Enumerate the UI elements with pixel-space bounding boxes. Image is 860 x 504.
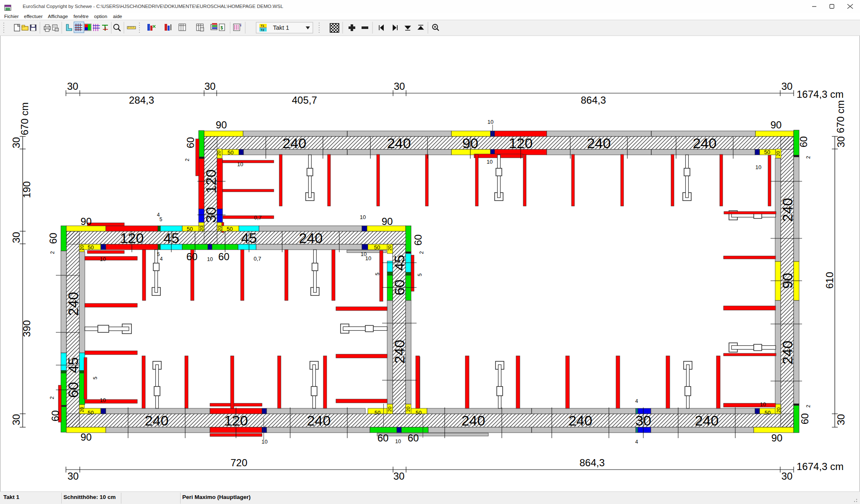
svg-text:0,7: 0,7	[254, 214, 262, 221]
svg-text:60: 60	[798, 136, 809, 148]
svg-text:90: 90	[771, 432, 783, 444]
svg-text:5: 5	[157, 251, 160, 257]
svg-text:$: $	[220, 26, 223, 30]
svg-text:90: 90	[81, 431, 92, 443]
svg-text:90: 90	[771, 119, 782, 131]
svg-text:20: 20	[79, 407, 84, 412]
svg-text:2: 2	[49, 396, 55, 399]
svg-text:240: 240	[695, 413, 719, 428]
svg-text:50: 50	[227, 226, 233, 232]
svg-text:20: 20	[199, 226, 204, 231]
svg-text:50: 50	[88, 244, 94, 251]
svg-text:4: 4	[635, 398, 638, 404]
svg-text:10: 10	[237, 161, 243, 167]
svg-text:60: 60	[218, 251, 230, 262]
svg-text:5: 5	[160, 217, 163, 222]
svg-text:20: 20	[776, 151, 781, 156]
svg-text:240: 240	[587, 135, 611, 151]
svg-text:240: 240	[569, 413, 593, 428]
svg-text:60: 60	[47, 233, 59, 244]
svg-text:240: 240	[283, 135, 307, 151]
svg-text:30: 30	[10, 232, 22, 243]
svg-text:2: 2	[50, 251, 55, 254]
svg-text:610: 610	[824, 272, 835, 289]
svg-text:240: 240	[65, 292, 81, 316]
svg-text:390: 390	[21, 320, 32, 337]
svg-text:T2: T2	[261, 29, 264, 31]
svg-text:30: 30	[394, 81, 405, 92]
svg-text:720: 720	[231, 457, 247, 468]
svg-text:2: 2	[419, 251, 425, 254]
svg-text:30: 30	[835, 414, 847, 426]
svg-text:10: 10	[395, 439, 401, 444]
svg-text:20: 20	[406, 407, 411, 412]
svg-text:240: 240	[461, 413, 485, 428]
svg-text:50: 50	[88, 410, 94, 416]
svg-text:30: 30	[67, 81, 79, 92]
svg-text:240: 240	[391, 340, 407, 364]
svg-text:4: 4	[160, 256, 163, 262]
svg-text:30: 30	[10, 137, 22, 149]
svg-text:5: 5	[417, 273, 423, 276]
svg-text:50: 50	[765, 410, 771, 416]
svg-text:10: 10	[207, 256, 213, 262]
svg-text:90: 90	[216, 119, 227, 131]
svg-text:50: 50	[374, 244, 380, 251]
svg-text:190: 190	[21, 181, 32, 198]
svg-text:10: 10	[262, 439, 267, 445]
svg-text:240: 240	[299, 230, 323, 246]
svg-text:10: 10	[760, 401, 766, 407]
svg-text:10: 10	[100, 256, 106, 262]
svg-text:50: 50	[416, 410, 422, 416]
svg-text:30: 30	[781, 81, 793, 92]
svg-text:10: 10	[488, 119, 493, 125]
svg-text:20: 20	[79, 245, 84, 250]
svg-text:20: 20	[387, 245, 392, 251]
svg-text:50: 50	[228, 149, 233, 156]
svg-text:1674,3 cm: 1674,3 cm	[797, 89, 844, 100]
svg-text:864,3: 864,3	[581, 94, 606, 106]
svg-text:60: 60	[799, 413, 810, 425]
svg-text:30: 30	[205, 81, 216, 92]
svg-text:90: 90	[81, 216, 92, 227]
svg-text:4: 4	[635, 439, 638, 445]
svg-text:60: 60	[378, 432, 389, 444]
svg-text:90: 90	[382, 216, 393, 227]
svg-text:20: 20	[217, 226, 222, 231]
svg-text:60: 60	[186, 251, 198, 262]
svg-text:240: 240	[145, 413, 169, 428]
svg-text:50: 50	[187, 226, 193, 232]
svg-text:405,7: 405,7	[292, 94, 317, 106]
svg-text:1674,3 cm: 1674,3 cm	[797, 461, 844, 472]
svg-text:10: 10	[755, 164, 761, 170]
svg-text:240: 240	[387, 135, 411, 151]
svg-text:60: 60	[185, 137, 196, 149]
svg-text:864,3: 864,3	[579, 457, 605, 468]
svg-text:50: 50	[764, 149, 770, 155]
svg-text:240: 240	[779, 341, 795, 365]
svg-text:30: 30	[835, 136, 847, 148]
svg-text:284,3: 284,3	[129, 94, 154, 106]
svg-text:50: 50	[375, 410, 380, 416]
svg-text:240: 240	[307, 413, 331, 428]
svg-text:60: 60	[412, 235, 424, 246]
svg-text:5: 5	[375, 272, 380, 275]
svg-text:i: i	[240, 23, 241, 27]
svg-text:60: 60	[50, 410, 61, 422]
svg-text:10: 10	[365, 255, 371, 261]
svg-text:670 cm: 670 cm	[835, 100, 846, 133]
svg-text:2: 2	[184, 158, 190, 161]
svg-text:Takt 1: Takt 1	[273, 24, 289, 31]
svg-text:30: 30	[781, 470, 793, 482]
svg-text:5: 5	[92, 376, 98, 379]
svg-text:60: 60	[408, 432, 419, 444]
svg-text:T1: T1	[261, 24, 264, 27]
svg-text:30: 30	[68, 470, 79, 482]
svg-text:240: 240	[693, 135, 717, 151]
svg-text:10: 10	[100, 397, 106, 403]
svg-text:20: 20	[776, 407, 781, 413]
svg-text:20: 20	[216, 151, 221, 156]
svg-text:20: 20	[387, 407, 392, 412]
svg-text:30: 30	[10, 414, 22, 426]
svg-text:2: 2	[805, 156, 811, 159]
